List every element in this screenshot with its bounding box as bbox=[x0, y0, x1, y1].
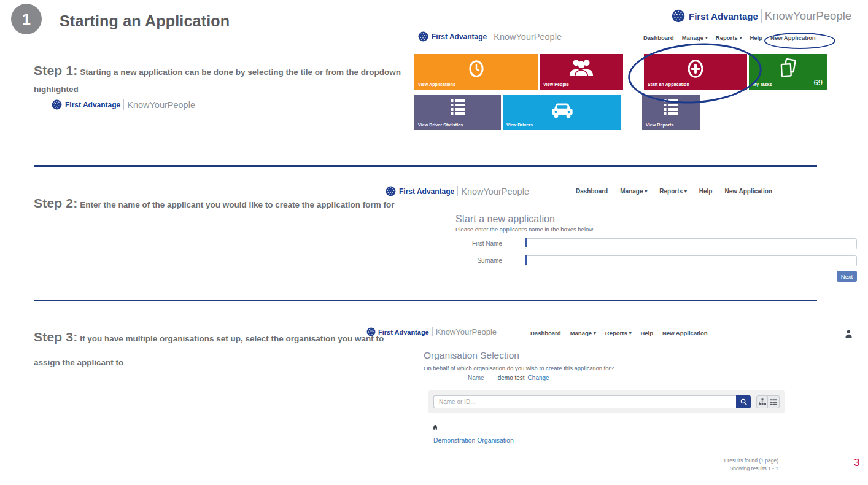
nav-help[interactable]: Help bbox=[640, 330, 653, 336]
section-divider bbox=[34, 300, 817, 301]
step1-text: Starting a new application can be done b… bbox=[34, 68, 401, 94]
organisation-name-row: Name demo test Change bbox=[468, 374, 549, 381]
search-input[interactable] bbox=[433, 395, 736, 408]
list-icon bbox=[449, 98, 467, 117]
brand-name: First Advantage bbox=[432, 33, 487, 41]
results-summary: 1 results found (1 page) Showing results… bbox=[638, 457, 778, 473]
brand-logo: First Advantage KnowYourPeople bbox=[366, 327, 497, 336]
copy-icon bbox=[779, 58, 797, 79]
nav-reports[interactable]: Reports▾ bbox=[716, 34, 742, 41]
section-divider bbox=[34, 165, 817, 167]
change-link[interactable]: Change bbox=[528, 374, 549, 381]
brand-name: First Advantage bbox=[378, 328, 429, 336]
page-title: Starting an Application bbox=[60, 12, 230, 30]
surname-field[interactable] bbox=[525, 255, 857, 266]
breadcrumb-home[interactable] bbox=[433, 421, 438, 432]
nav-dashboard[interactable]: Dashboard bbox=[576, 188, 608, 195]
tile-label: View People bbox=[543, 82, 569, 87]
account-menu[interactable] bbox=[845, 329, 852, 340]
my-tasks-count-badge: 69 bbox=[814, 78, 823, 87]
step3-text: If you have multiple organisations set u… bbox=[34, 334, 384, 367]
nav-dashboard[interactable]: Dashboard bbox=[530, 330, 561, 336]
first-advantage-globe-icon bbox=[418, 31, 428, 42]
organisation-selection-title: Organisation Selection bbox=[424, 350, 519, 361]
tile-view-people[interactable]: View People bbox=[540, 54, 623, 90]
chevron-down-icon: ▾ bbox=[629, 330, 632, 336]
step3-label: Step 3: bbox=[34, 330, 77, 344]
organisation-result-link[interactable]: Demonstration Organisation bbox=[433, 437, 514, 444]
home-icon bbox=[433, 425, 438, 430]
sitemap-icon bbox=[759, 398, 766, 405]
organisation-selection-subtitle: On behalf of which organisation do you w… bbox=[424, 365, 614, 371]
first-advantage-globe-icon bbox=[386, 186, 396, 196]
nav-manage[interactable]: Manage▾ bbox=[570, 330, 596, 336]
brand-product: KnowYourPeople bbox=[127, 100, 195, 110]
brand-divider bbox=[432, 327, 433, 336]
tile-label: View Reports bbox=[646, 123, 673, 127]
next-button[interactable]: Next bbox=[837, 271, 857, 282]
app-navbar: Dashboard Manage▾ Reports▾ Help New Appl… bbox=[530, 330, 708, 336]
step2-instruction: Step 2: Enter the name of the applicant … bbox=[34, 189, 409, 217]
nav-manage[interactable]: Manage▾ bbox=[682, 34, 708, 41]
step3-instruction: Step 3: If you have multiple organisatio… bbox=[34, 323, 402, 373]
tile-label: View Applications bbox=[418, 82, 455, 87]
list-view-icon bbox=[770, 399, 777, 405]
brand-logo: First Advantage KnowYourPeople bbox=[418, 31, 562, 42]
dashboard-tiles: View Applications View People Start a bbox=[414, 54, 829, 130]
tile-view-driver-statistics[interactable]: View Driver Statistics bbox=[414, 95, 501, 130]
nav-reports[interactable]: Reports▾ bbox=[605, 330, 632, 336]
search-button[interactable] bbox=[736, 395, 751, 408]
brand-divider bbox=[457, 186, 458, 196]
search-icon bbox=[740, 398, 747, 405]
brand-logo: First Advantage KnowYourPeople bbox=[52, 99, 195, 110]
first-name-field[interactable] bbox=[525, 238, 857, 249]
brand-name: First Advantage bbox=[399, 187, 454, 196]
tile-view-applications[interactable]: View Applications bbox=[414, 54, 538, 90]
nav-reports-label: Reports bbox=[605, 330, 627, 336]
tile-view-drivers[interactable]: View Drivers bbox=[503, 95, 621, 130]
nav-new-application[interactable]: New Application bbox=[724, 188, 772, 195]
nav-help[interactable]: Help bbox=[750, 34, 762, 41]
nav-new-application[interactable]: New Application bbox=[662, 330, 708, 336]
first-advantage-globe-icon bbox=[52, 99, 62, 110]
nav-dashboard[interactable]: Dashboard bbox=[643, 34, 674, 41]
brand-product: KnowYourPeople bbox=[765, 9, 851, 23]
brand-product: KnowYourPeople bbox=[436, 327, 497, 336]
new-application-form-subtitle: Please enter the applicant's name in the… bbox=[455, 226, 593, 233]
annotation-ellipse-new-application bbox=[764, 33, 835, 49]
results-showing: Showing results 1 - 1 bbox=[638, 465, 778, 473]
brand-name: First Advantage bbox=[65, 101, 120, 109]
view-toggle-group bbox=[756, 395, 780, 408]
nav-reports-label: Reports bbox=[659, 188, 683, 195]
surname-label: Surname bbox=[430, 257, 502, 264]
nav-manage-label: Manage bbox=[620, 188, 643, 195]
brand-product: KnowYourPeople bbox=[494, 32, 562, 42]
tile-label: My Tasks bbox=[753, 82, 772, 87]
first-advantage-globe-icon bbox=[366, 327, 376, 336]
first-name-label: First Name bbox=[430, 240, 502, 247]
organisation-name-value: demo test bbox=[498, 374, 525, 381]
car-icon bbox=[550, 101, 575, 119]
first-advantage-globe-icon bbox=[672, 9, 685, 23]
nav-manage-label: Manage bbox=[682, 34, 703, 41]
list-view-button[interactable] bbox=[768, 395, 780, 408]
document-page: 1 Starting an Application First Advantag… bbox=[0, 0, 868, 485]
people-icon bbox=[568, 58, 594, 77]
app-navbar: Dashboard Manage▾ Reports▾ Help New Appl… bbox=[576, 188, 772, 195]
step2-text: Enter the name of the applicant you woul… bbox=[77, 200, 394, 209]
chevron-down-icon: ▾ bbox=[645, 188, 647, 194]
results-count: 1 results found (1 page) bbox=[638, 457, 778, 465]
tree-view-button[interactable] bbox=[756, 395, 768, 408]
tile-row: View Applications View People Start a bbox=[414, 54, 829, 90]
nav-reports[interactable]: Reports▾ bbox=[659, 188, 687, 195]
first-name-field-wrap bbox=[525, 237, 857, 248]
nav-help[interactable]: Help bbox=[699, 188, 713, 195]
brand-product: KnowYourPeople bbox=[461, 187, 529, 196]
tile-row: View Driver Statistics View Drivers bbox=[414, 95, 829, 130]
chevron-down-icon: ▾ bbox=[705, 35, 708, 41]
nav-manage[interactable]: Manage▾ bbox=[620, 188, 647, 195]
step2-label: Step 2: bbox=[34, 196, 77, 210]
new-application-form-title: Start a new application bbox=[455, 214, 555, 225]
brand-divider bbox=[761, 9, 762, 23]
nav-reports-label: Reports bbox=[716, 34, 738, 41]
